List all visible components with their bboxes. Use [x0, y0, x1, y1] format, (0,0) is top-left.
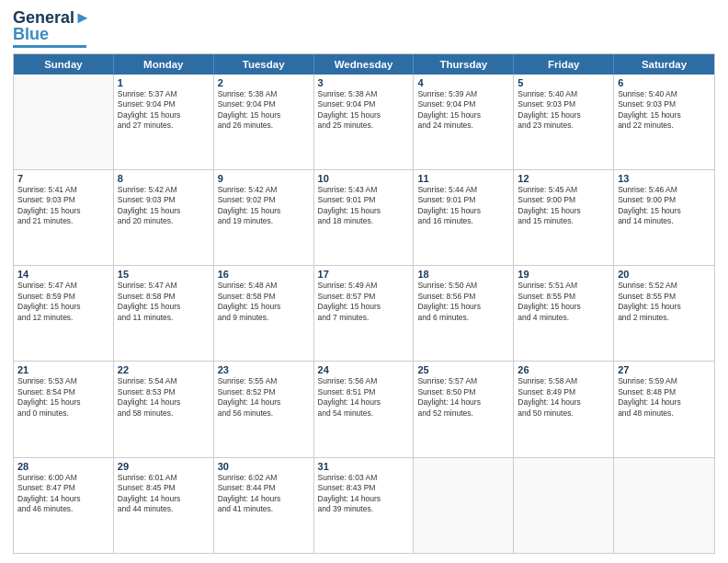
day-number: 1 [118, 77, 210, 88]
day-info: Sunrise: 5:37 AM Sunset: 9:04 PM Dayligh… [118, 89, 210, 132]
logo: General► Blue [13, 9, 91, 48]
day-number: 28 [17, 461, 109, 472]
day-cell-4: 4Sunrise: 5:39 AM Sunset: 9:04 PM Daylig… [414, 75, 514, 169]
day-number: 25 [417, 364, 509, 375]
day-cell-16: 16Sunrise: 5:48 AM Sunset: 8:58 PM Dayli… [214, 266, 314, 361]
day-number: 22 [118, 364, 210, 375]
day-cell-17: 17Sunrise: 5:49 AM Sunset: 8:57 PM Dayli… [314, 266, 415, 361]
day-info: Sunrise: 5:54 AM Sunset: 8:53 PM Dayligh… [118, 376, 210, 419]
day-info: Sunrise: 5:59 AM Sunset: 8:48 PM Dayligh… [618, 376, 711, 419]
day-info: Sunrise: 5:46 AM Sunset: 9:00 PM Dayligh… [618, 185, 711, 227]
day-cell-25: 25Sunrise: 5:57 AM Sunset: 8:50 PM Dayli… [414, 362, 514, 456]
day-info: Sunrise: 5:40 AM Sunset: 9:03 PM Dayligh… [518, 89, 609, 132]
empty-cell-4-4 [414, 458, 514, 553]
day-info: Sunrise: 5:45 AM Sunset: 9:00 PM Dayligh… [518, 185, 609, 227]
day-info: Sunrise: 5:41 AM Sunset: 9:03 PM Dayligh… [17, 185, 109, 227]
header-day-saturday: Saturday [614, 54, 714, 75]
day-info: Sunrise: 6:00 AM Sunset: 8:47 PM Dayligh… [17, 473, 109, 515]
day-number: 11 [417, 173, 509, 184]
header-day-sunday: Sunday [14, 54, 114, 75]
day-info: Sunrise: 5:42 AM Sunset: 9:03 PM Dayligh… [118, 185, 210, 227]
header-day-friday: Friday [514, 54, 614, 75]
day-info: Sunrise: 5:56 AM Sunset: 8:51 PM Dayligh… [318, 376, 410, 419]
day-info: Sunrise: 5:42 AM Sunset: 9:02 PM Dayligh… [218, 185, 310, 227]
day-number: 8 [118, 173, 210, 184]
day-info: Sunrise: 5:47 AM Sunset: 8:58 PM Dayligh… [118, 281, 210, 323]
calendar-row-1: 7Sunrise: 5:41 AM Sunset: 9:03 PM Daylig… [14, 170, 714, 266]
day-cell-5: 5Sunrise: 5:40 AM Sunset: 9:03 PM Daylig… [514, 75, 614, 169]
day-number: 15 [118, 269, 210, 280]
day-number: 2 [218, 77, 310, 88]
day-cell-28: 28Sunrise: 6:00 AM Sunset: 8:47 PM Dayli… [14, 458, 114, 553]
day-info: Sunrise: 5:49 AM Sunset: 8:57 PM Dayligh… [318, 281, 410, 323]
day-cell-3: 3Sunrise: 5:38 AM Sunset: 9:04 PM Daylig… [314, 75, 415, 169]
day-info: Sunrise: 5:57 AM Sunset: 8:50 PM Dayligh… [417, 376, 509, 419]
day-info: Sunrise: 5:40 AM Sunset: 9:03 PM Dayligh… [618, 89, 711, 132]
day-number: 29 [118, 461, 210, 472]
day-cell-9: 9Sunrise: 5:42 AM Sunset: 9:02 PM Daylig… [214, 170, 314, 265]
day-info: Sunrise: 5:44 AM Sunset: 9:01 PM Dayligh… [417, 185, 509, 227]
day-number: 30 [218, 461, 310, 472]
day-cell-24: 24Sunrise: 5:56 AM Sunset: 8:51 PM Dayli… [314, 362, 415, 456]
logo-text2: Blue [13, 26, 49, 44]
header-day-thursday: Thursday [414, 54, 514, 75]
day-cell-30: 30Sunrise: 6:02 AM Sunset: 8:44 PM Dayli… [214, 458, 314, 553]
day-number: 10 [318, 173, 410, 184]
calendar-body: 1Sunrise: 5:37 AM Sunset: 9:04 PM Daylig… [14, 75, 714, 553]
day-cell-12: 12Sunrise: 5:45 AM Sunset: 9:00 PM Dayli… [514, 170, 614, 265]
header-day-tuesday: Tuesday [214, 54, 314, 75]
day-info: Sunrise: 5:51 AM Sunset: 8:55 PM Dayligh… [518, 281, 609, 323]
day-number: 12 [518, 173, 609, 184]
day-cell-18: 18Sunrise: 5:50 AM Sunset: 8:56 PM Dayli… [414, 266, 514, 361]
day-cell-26: 26Sunrise: 5:58 AM Sunset: 8:49 PM Dayli… [514, 362, 614, 456]
day-cell-15: 15Sunrise: 5:47 AM Sunset: 8:58 PM Dayli… [114, 266, 214, 361]
day-info: Sunrise: 5:50 AM Sunset: 8:56 PM Dayligh… [417, 281, 509, 323]
day-number: 21 [17, 364, 109, 375]
empty-cell-4-6 [614, 458, 714, 553]
day-number: 17 [318, 269, 410, 280]
day-number: 7 [17, 173, 109, 184]
day-number: 20 [618, 269, 711, 280]
day-number: 18 [417, 269, 509, 280]
day-info: Sunrise: 5:48 AM Sunset: 8:58 PM Dayligh… [218, 281, 310, 323]
day-cell-20: 20Sunrise: 5:52 AM Sunset: 8:55 PM Dayli… [614, 266, 714, 361]
day-number: 14 [17, 269, 109, 280]
day-cell-31: 31Sunrise: 6:03 AM Sunset: 8:43 PM Dayli… [314, 458, 415, 553]
day-cell-23: 23Sunrise: 5:55 AM Sunset: 8:52 PM Dayli… [214, 362, 314, 456]
calendar-row-0: 1Sunrise: 5:37 AM Sunset: 9:04 PM Daylig… [14, 75, 714, 170]
day-cell-19: 19Sunrise: 5:51 AM Sunset: 8:55 PM Dayli… [514, 266, 614, 361]
day-cell-2: 2Sunrise: 5:38 AM Sunset: 9:04 PM Daylig… [214, 75, 314, 169]
day-cell-10: 10Sunrise: 5:43 AM Sunset: 9:01 PM Dayli… [314, 170, 415, 265]
day-info: Sunrise: 5:47 AM Sunset: 8:59 PM Dayligh… [17, 281, 109, 323]
day-cell-11: 11Sunrise: 5:44 AM Sunset: 9:01 PM Dayli… [414, 170, 514, 265]
day-cell-22: 22Sunrise: 5:54 AM Sunset: 8:53 PM Dayli… [114, 362, 214, 456]
calendar: SundayMondayTuesdayWednesdayThursdayFrid… [13, 53, 715, 554]
day-cell-1: 1Sunrise: 5:37 AM Sunset: 9:04 PM Daylig… [114, 75, 214, 169]
day-info: Sunrise: 5:39 AM Sunset: 9:04 PM Dayligh… [417, 89, 509, 132]
day-number: 24 [318, 364, 410, 375]
day-info: Sunrise: 6:02 AM Sunset: 8:44 PM Dayligh… [218, 473, 310, 515]
day-cell-21: 21Sunrise: 5:53 AM Sunset: 8:54 PM Dayli… [14, 362, 114, 456]
day-number: 5 [518, 77, 609, 88]
day-cell-7: 7Sunrise: 5:41 AM Sunset: 9:03 PM Daylig… [14, 170, 114, 265]
header-day-monday: Monday [114, 54, 214, 75]
day-cell-27: 27Sunrise: 5:59 AM Sunset: 8:48 PM Dayli… [614, 362, 714, 456]
day-info: Sunrise: 5:55 AM Sunset: 8:52 PM Dayligh… [218, 376, 310, 419]
day-number: 3 [318, 77, 410, 88]
page: General► Blue SundayMondayTuesdayWednesd… [0, 0, 728, 563]
calendar-header: SundayMondayTuesdayWednesdayThursdayFrid… [14, 54, 714, 75]
day-info: Sunrise: 5:38 AM Sunset: 9:04 PM Dayligh… [318, 89, 410, 132]
day-cell-6: 6Sunrise: 5:40 AM Sunset: 9:03 PM Daylig… [614, 75, 714, 169]
day-info: Sunrise: 5:58 AM Sunset: 8:49 PM Dayligh… [518, 376, 609, 419]
header-day-wednesday: Wednesday [314, 54, 415, 75]
day-info: Sunrise: 5:43 AM Sunset: 9:01 PM Dayligh… [318, 185, 410, 227]
day-number: 16 [218, 269, 310, 280]
empty-cell-0-0 [14, 75, 114, 169]
calendar-row-4: 28Sunrise: 6:00 AM Sunset: 8:47 PM Dayli… [14, 458, 714, 553]
calendar-row-2: 14Sunrise: 5:47 AM Sunset: 8:59 PM Dayli… [14, 266, 714, 362]
empty-cell-4-5 [514, 458, 614, 553]
day-info: Sunrise: 6:03 AM Sunset: 8:43 PM Dayligh… [318, 473, 410, 515]
day-info: Sunrise: 6:01 AM Sunset: 8:45 PM Dayligh… [118, 473, 210, 515]
day-number: 31 [318, 461, 410, 472]
day-number: 19 [518, 269, 609, 280]
